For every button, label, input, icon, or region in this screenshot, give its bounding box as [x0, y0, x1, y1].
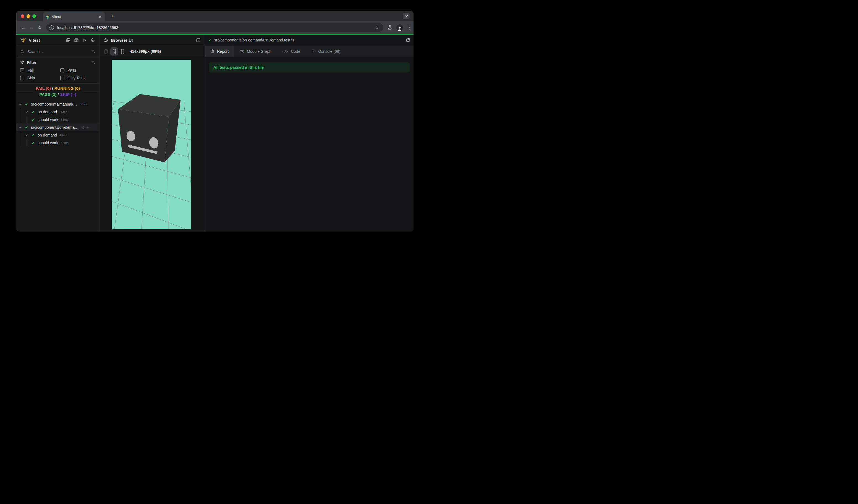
- tab-search-button[interactable]: [403, 13, 410, 19]
- tree-row-suite[interactable]: ✓ on demand 56ms: [16, 108, 99, 116]
- file-path: src/components/on-demand/OnDemand.test.t…: [214, 38, 295, 42]
- forward-button[interactable]: →: [27, 23, 36, 32]
- pass-check-icon: ✓: [25, 125, 29, 130]
- checkbox-fail[interactable]: [20, 68, 24, 72]
- device-phone-small-button[interactable]: [102, 47, 110, 55]
- reload-button[interactable]: ↻: [36, 23, 44, 32]
- chrome-menu-icon[interactable]: ⋮: [407, 25, 411, 30]
- pass-check-icon: ✓: [31, 117, 35, 122]
- zoom-window-button[interactable]: [32, 14, 36, 18]
- tab-report[interactable]: Report: [205, 46, 234, 57]
- bookmark-star-icon[interactable]: ☆: [375, 25, 379, 30]
- device-phone-dock-button[interactable]: [118, 47, 126, 55]
- clear-filter-icon[interactable]: [91, 61, 95, 65]
- test-file-name: src/components/on-dema…: [31, 125, 79, 130]
- filter-option-skip[interactable]: Skip: [20, 76, 60, 80]
- filter-option-fail[interactable]: Fail: [20, 68, 60, 72]
- sidebar: Vitest: [16, 34, 99, 231]
- test-case-name: should work: [37, 117, 58, 122]
- test-duration: 43ms: [60, 133, 67, 137]
- tab-label: Report: [217, 49, 228, 54]
- tree-row-file-selected[interactable]: ✓ src/components/on-dema… 43ms: [16, 124, 99, 131]
- search-input[interactable]: [27, 49, 91, 54]
- tree-row-file[interactable]: ✓ src/components/manual/… 56ms: [16, 100, 99, 108]
- url-text[interactable]: localhost:5173/#/?file=1828625563: [57, 26, 375, 30]
- tab-title: Vitest: [52, 15, 98, 19]
- report-panel: ✓ src/components/on-demand/OnDemand.test…: [205, 34, 414, 231]
- chevron-down-icon[interactable]: [18, 126, 22, 129]
- filter-label: Skip: [27, 76, 35, 80]
- robot-cube-scene: [112, 60, 191, 229]
- close-window-button[interactable]: [21, 14, 24, 18]
- profile-avatar[interactable]: [396, 24, 403, 31]
- browser-toolbar: ← → ↻ i localhost:5173/#/?file=182862556…: [16, 21, 414, 34]
- tree-row-test[interactable]: ✓ should work 55ms: [16, 116, 99, 124]
- file-pass-check-icon: ✓: [208, 38, 211, 42]
- test-duration: 43ms: [61, 141, 68, 145]
- chevron-down-icon[interactable]: [18, 103, 22, 106]
- tab-close-icon[interactable]: ×: [98, 14, 102, 19]
- globe-icon: [104, 38, 108, 43]
- filter-label: Pass: [67, 68, 76, 72]
- summary-line-1: FAIL (0) / RUNNING (0): [16, 85, 99, 92]
- all-tests-passed-banner: All tests passed in this file: [209, 63, 410, 72]
- summary-line-2: PASS (2) / SKIP (--): [16, 92, 99, 98]
- tab-console[interactable]: Console (69): [306, 46, 346, 57]
- filter-option-pass[interactable]: Pass: [60, 68, 95, 72]
- search-row: [16, 46, 99, 58]
- skip-count: SKIP (--): [60, 92, 76, 97]
- filter-section: Filter Fail Pass: [16, 58, 99, 84]
- tree-row-test[interactable]: ✓ should work 43ms: [16, 139, 99, 147]
- browser-tab[interactable]: Vitest ×: [43, 12, 105, 21]
- test-duration: 43ms: [81, 126, 89, 129]
- address-bar[interactable]: i localhost:5173/#/?file=1828625563 ☆: [46, 23, 383, 32]
- pass-check-icon: ✓: [31, 110, 35, 114]
- ui-layout-icon[interactable]: [66, 38, 70, 43]
- site-info-icon[interactable]: i: [49, 26, 54, 30]
- open-external-icon[interactable]: [406, 38, 410, 42]
- test-viewport[interactable]: [112, 60, 191, 229]
- pass-check-icon: ✓: [25, 102, 29, 107]
- chevron-down-icon[interactable]: [25, 111, 29, 114]
- tree-row-suite[interactable]: ✓ on demand 43ms: [16, 131, 99, 139]
- checkbox-pass[interactable]: [60, 68, 64, 72]
- experiments-flask-icon[interactable]: [387, 25, 393, 30]
- search-icon: [20, 49, 25, 54]
- sidebar-header: Vitest: [16, 34, 99, 46]
- sidebar-title: Vitest: [29, 38, 40, 43]
- fail-count: FAIL (0): [36, 86, 51, 91]
- clear-filter-icon[interactable]: [91, 49, 95, 54]
- tab-code[interactable]: </> Code: [277, 46, 306, 57]
- tab-label: Console (69): [318, 49, 340, 54]
- dashboard-icon[interactable]: [74, 38, 79, 43]
- dark-mode-moon-icon[interactable]: [91, 38, 95, 43]
- new-tab-button[interactable]: +: [109, 12, 116, 20]
- test-case-name: should work: [37, 141, 58, 145]
- tab-module-graph[interactable]: Module Graph: [234, 46, 277, 57]
- file-header: ✓ src/components/on-demand/OnDemand.test…: [205, 34, 414, 46]
- viewport-size-label: 414x896px (68%): [130, 49, 161, 54]
- test-duration: 56ms: [60, 110, 67, 114]
- chevron-down-icon[interactable]: [25, 134, 29, 137]
- panel-right-icon[interactable]: [196, 38, 201, 43]
- vitest-favicon-icon: [46, 15, 50, 19]
- test-suite-name: on demand: [37, 110, 57, 114]
- filter-option-only-tests[interactable]: Only Tests: [60, 76, 95, 80]
- report-body: All tests passed in this file: [205, 57, 414, 231]
- test-suite-name: on demand: [37, 133, 57, 137]
- toolbar-right-icons: ⋮: [387, 24, 411, 31]
- browser-window: Vitest × + ← → ↻ i localhost:5173/#/?fil…: [16, 11, 414, 231]
- filter-label: Fail: [27, 68, 34, 72]
- funnel-icon: [20, 61, 24, 65]
- device-phone-plus-button[interactable]: [110, 47, 118, 55]
- pass-check-icon: ✓: [31, 141, 35, 145]
- run-all-icon[interactable]: [82, 38, 87, 43]
- checkbox-only-tests[interactable]: [60, 76, 64, 80]
- pass-count: PASS (2): [39, 92, 57, 97]
- test-tree: ✓ src/components/manual/… 56ms ✓ on dema…: [16, 100, 99, 147]
- filter-title: Filter: [27, 60, 36, 65]
- browser-ui-header: Browser UI: [99, 34, 205, 46]
- back-button[interactable]: ←: [19, 23, 27, 32]
- minimize-window-button[interactable]: [27, 14, 30, 18]
- checkbox-skip[interactable]: [20, 76, 24, 80]
